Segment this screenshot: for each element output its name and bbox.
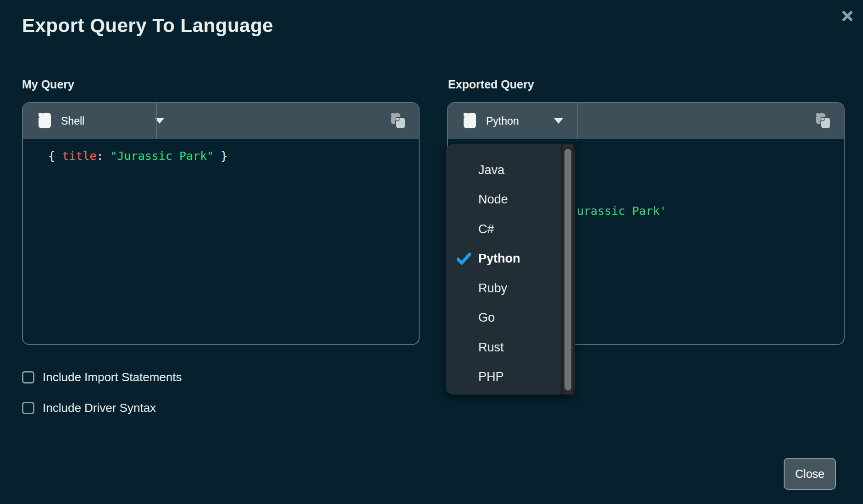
code-token: :: [96, 149, 110, 163]
menu-item-label: PHP: [478, 370, 504, 384]
exported-query-label: Exported Query: [448, 78, 534, 91]
my-query-code-editor[interactable]: { title: "Jurassic Park" }: [23, 140, 419, 344]
close-button-label: Close: [795, 467, 824, 481]
my-query-language-value: Shell: [61, 115, 84, 127]
include-driver-syntax-checkbox[interactable]: [22, 402, 34, 414]
include-driver-syntax-row[interactable]: Include Driver Syntax: [22, 401, 156, 415]
menu-item-node[interactable]: Node: [446, 185, 575, 215]
page-title: Export Query To Language: [22, 15, 273, 37]
include-driver-syntax-label: Include Driver Syntax: [43, 401, 156, 415]
menu-item-python[interactable]: Python: [446, 244, 575, 274]
language-dropdown-menu: Java Node C# Python Ruby Go Rust PHP: [446, 144, 575, 394]
code-token: }: [214, 149, 227, 163]
document-icon: [464, 113, 476, 130]
chevron-down-icon: [554, 118, 563, 124]
menu-item-csharp[interactable]: C#: [446, 214, 575, 244]
header-divider: [156, 103, 157, 139]
code-token-string: "Jurassic Park": [110, 149, 214, 163]
menu-item-label: Ruby: [478, 281, 507, 296]
menu-item-label: C#: [478, 222, 494, 236]
code-token: {: [48, 149, 62, 163]
header-divider: [577, 103, 578, 139]
exported-code-visible-fragment: urassic Park': [577, 201, 667, 221]
menu-item-php[interactable]: PHP: [446, 362, 575, 392]
include-import-statements-checkbox[interactable]: [22, 371, 34, 383]
check-icon: [457, 252, 471, 268]
menu-scrollbar-track[interactable]: [561, 144, 574, 394]
menu-item-label: Go: [478, 311, 495, 325]
menu-item-java[interactable]: Java: [446, 155, 575, 185]
copy-icon: [391, 113, 406, 130]
include-import-statements-row[interactable]: Include Import Statements: [22, 370, 182, 384]
menu-scrollbar-thumb[interactable]: [564, 149, 571, 390]
menu-item-label: Node: [478, 192, 508, 207]
my-query-editor: Shell { title: "Jurassic Park" }: [22, 102, 420, 345]
menu-item-rust[interactable]: Rust: [446, 333, 575, 362]
menu-item-go[interactable]: Go: [446, 303, 575, 333]
menu-item-label: Rust: [478, 340, 504, 355]
copy-icon: [816, 113, 831, 130]
exported-query-editor-header: Python: [448, 103, 844, 139]
menu-item-label: Python: [478, 252, 520, 266]
menu-item-ruby[interactable]: Ruby: [446, 274, 575, 303]
close-icon: [841, 10, 853, 23]
my-query-label: My Query: [22, 78, 74, 91]
exported-query-language-value: Python: [486, 115, 519, 127]
my-query-language-select[interactable]: Shell: [23, 103, 156, 139]
dialog-close-button[interactable]: [839, 8, 856, 25]
export-query-dialog: Export Query To Language My Query Export…: [0, 0, 863, 504]
code-token-key: title: [62, 149, 96, 163]
menu-item-label: Java: [478, 163, 504, 177]
close-button[interactable]: Close: [784, 458, 836, 490]
include-import-statements-label: Include Import Statements: [43, 370, 182, 384]
copy-my-query-button[interactable]: [390, 113, 407, 130]
document-icon: [39, 113, 51, 130]
my-query-editor-header: Shell: [23, 103, 419, 139]
copy-exported-query-button[interactable]: [815, 113, 832, 130]
